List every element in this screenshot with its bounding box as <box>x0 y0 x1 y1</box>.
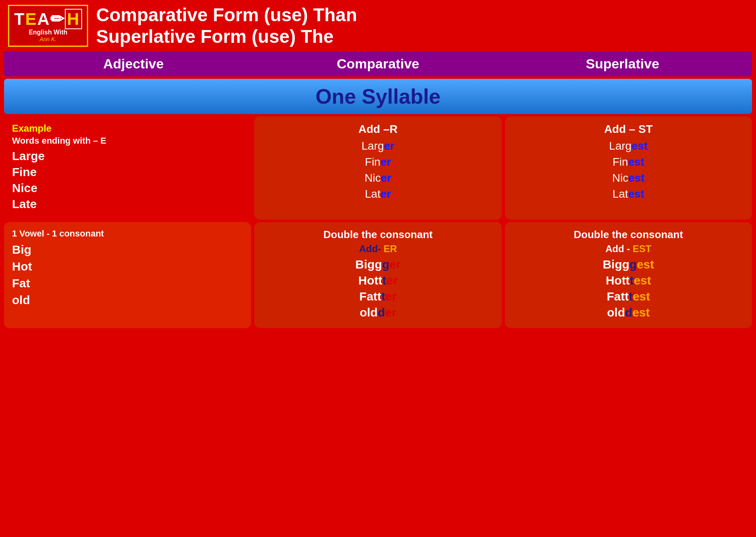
main-grid-bottom: 1 Vowel - 1 consonant Big Hot Fat old Do… <box>4 222 752 328</box>
comp-later: Later <box>262 188 493 200</box>
double-sup-title: Double the consonant <box>513 228 744 241</box>
comp-finer: Finer <box>262 156 493 168</box>
sup-biggest: Bigggest <box>513 258 744 271</box>
add-est-label: Add - EST <box>513 243 744 254</box>
comp-larger: Larger <box>262 140 493 152</box>
adj-top-cell: Example Words ending with – E Large Fine… <box>4 116 251 220</box>
adj-fat: Fat <box>12 277 243 290</box>
words-ending: Words ending with – E <box>12 136 243 146</box>
adj-big: Big <box>12 243 243 256</box>
sup-hottest: Hotttest <box>513 274 744 287</box>
comp-hotter: Hottter <box>262 274 493 287</box>
comp-nicer: Nicer <box>262 172 493 184</box>
sup-fattest: Fatttest <box>513 290 744 303</box>
logo-teach: TEA✏H <box>14 9 82 29</box>
syllable-banner-text: One Syllable <box>316 85 440 108</box>
example-label: Example <box>12 123 243 134</box>
sup-nicest: Nicest <box>513 172 744 184</box>
comp-fatter: Fattter <box>262 290 493 303</box>
header-line2: Superlative Form (use) The <box>96 26 748 47</box>
sup-largest: Largest <box>513 140 744 152</box>
logo-box: TEA✏H English With Ann K. <box>8 5 88 47</box>
sup-title: Add – ST <box>513 123 744 136</box>
adj-late: Late <box>12 197 243 211</box>
sup-latest: Latest <box>513 188 744 200</box>
header-text: Comparative Form (use) Than Superlative … <box>96 4 748 47</box>
adj-bottom-cell: 1 Vowel - 1 consonant Big Hot Fat old <box>4 222 251 328</box>
adjective-header: Adjective <box>12 56 255 72</box>
add-er-label: Add- ER <box>262 243 493 254</box>
syllable-banner: One Syllable <box>4 79 752 114</box>
adj-hot: Hot <box>12 260 243 273</box>
sup-bottom-cell: Double the consonant Add - EST Bigggest … <box>505 222 752 328</box>
header: TEA✏H English With Ann K. Comparative Fo… <box>0 0 756 51</box>
header-line1: Comparative Form (use) Than <box>96 4 748 26</box>
column-headers: Adjective Comparative Superlative <box>4 51 752 76</box>
main-grid-top: Example Words ending with – E Large Fine… <box>4 116 752 220</box>
double-comp-title: Double the consonant <box>262 228 493 241</box>
comp-bottom-cell: Double the consonant Add- ER Biggger Hot… <box>254 222 501 328</box>
adj-old: old <box>12 293 243 307</box>
superlative-header: Superlative <box>501 56 744 72</box>
sup-oldest: olddest <box>513 306 744 319</box>
adj-large: Large <box>12 149 243 163</box>
comp-older: oldder <box>262 306 493 319</box>
adj-fine: Fine <box>12 165 243 179</box>
logo-sub: English With <box>14 29 82 36</box>
logo-sub2: Ann K. <box>14 36 82 42</box>
vowel-label: 1 Vowel - 1 consonant <box>12 228 243 239</box>
adj-nice: Nice <box>12 181 243 195</box>
comp-top-cell: Add –R Larger Finer Nicer Later <box>254 116 501 220</box>
comparative-header: Comparative <box>257 56 500 72</box>
sup-top-cell: Add – ST Largest Finest Nicest Latest <box>505 116 752 220</box>
comp-title: Add –R <box>262 123 493 136</box>
sup-finest: Finest <box>513 156 744 168</box>
comp-bigger: Biggger <box>262 258 493 271</box>
